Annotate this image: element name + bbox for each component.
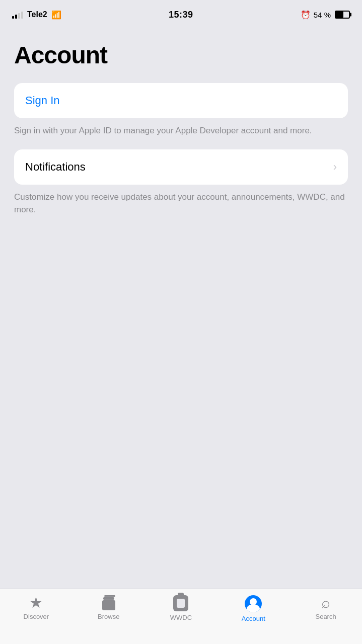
notifications-row[interactable]: Notifications › bbox=[14, 149, 348, 185]
notifications-card[interactable]: Notifications › bbox=[14, 149, 348, 185]
status-bar: Tele2 📶 15:39 ⏰ 54 % bbox=[0, 0, 362, 26]
notifications-label: Notifications bbox=[25, 160, 86, 174]
chevron-right-icon: › bbox=[333, 160, 337, 174]
wwdc-inner bbox=[177, 599, 185, 608]
wifi-icon: 📶 bbox=[51, 10, 61, 20]
status-right: ⏰ 54 % bbox=[301, 10, 350, 20]
battery-icon bbox=[335, 11, 350, 19]
battery-fill bbox=[336, 12, 343, 18]
tab-account[interactable]: Account bbox=[217, 595, 289, 622]
tab-search[interactable]: ⌕ Search bbox=[289, 595, 362, 620]
tab-wwdc[interactable]: WWDC bbox=[145, 595, 218, 621]
notifications-description: Customize how you receive updates about … bbox=[14, 191, 348, 216]
wwdc-icon bbox=[173, 595, 188, 611]
signal-icon bbox=[12, 11, 23, 19]
sign-in-row[interactable]: Sign In bbox=[14, 83, 348, 118]
sign-in-card[interactable]: Sign In bbox=[14, 83, 348, 118]
sign-in-description: Sign in with your Apple ID to manage you… bbox=[14, 124, 348, 137]
main-content: Account Sign In Sign in with your Apple … bbox=[0, 26, 362, 216]
tab-browse-label: Browse bbox=[98, 613, 119, 620]
time-label: 15:39 bbox=[169, 10, 193, 20]
tab-browse[interactable]: Browse bbox=[73, 595, 145, 620]
tab-search-label: Search bbox=[315, 613, 336, 620]
tab-wwdc-label: WWDC bbox=[170, 614, 192, 621]
sign-in-label[interactable]: Sign In bbox=[25, 94, 60, 107]
carrier-label: Tele2 bbox=[27, 10, 47, 19]
tab-discover[interactable]: ★ Discover bbox=[0, 595, 73, 620]
alarm-icon: ⏰ bbox=[301, 10, 311, 20]
battery-percent: 54 % bbox=[314, 11, 331, 19]
tab-account-label: Account bbox=[242, 615, 265, 622]
browse-icon bbox=[101, 595, 116, 610]
status-left: Tele2 📶 bbox=[12, 10, 61, 20]
star-icon: ★ bbox=[29, 595, 43, 610]
account-icon bbox=[245, 595, 262, 612]
page-title: Account bbox=[14, 41, 348, 69]
search-icon: ⌕ bbox=[321, 595, 330, 610]
tab-discover-label: Discover bbox=[24, 613, 49, 620]
tab-bar: ★ Discover Browse WWDC Account ⌕ Search bbox=[0, 589, 362, 644]
